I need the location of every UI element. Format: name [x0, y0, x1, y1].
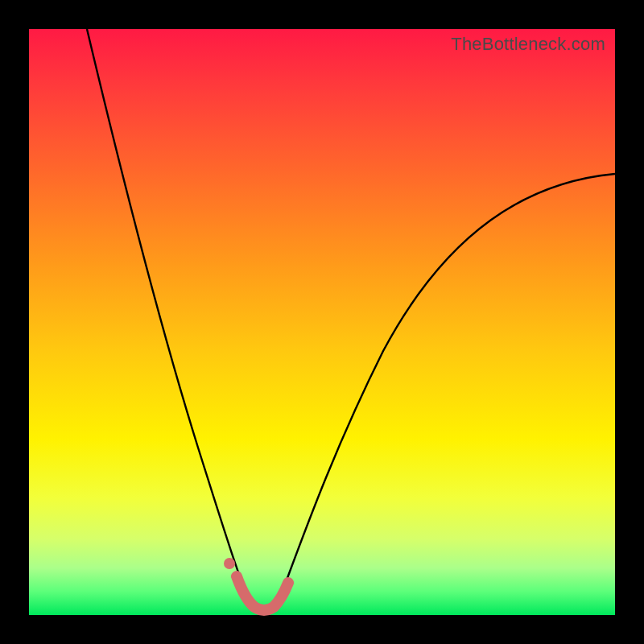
chart-frame: TheBottleneck.com	[0, 0, 644, 644]
plot-area: TheBottleneck.com	[29, 29, 615, 615]
bottleneck-curve-left	[87, 29, 253, 610]
marker-dot	[224, 558, 235, 569]
bottleneck-curve-right	[275, 174, 615, 610]
curve-layer	[29, 29, 615, 615]
valley-marker-worm	[237, 576, 288, 610]
